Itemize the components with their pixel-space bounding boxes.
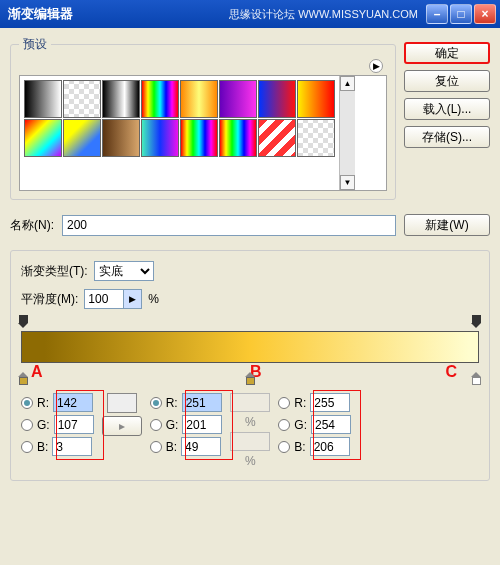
preset-swatch[interactable] bbox=[63, 119, 101, 157]
swatch-mini-a[interactable] bbox=[107, 393, 137, 413]
r-a-input[interactable] bbox=[53, 393, 93, 412]
titlebar-text: 渐变编辑器 bbox=[4, 5, 229, 23]
marker-a: A bbox=[31, 363, 43, 381]
radio-r-a[interactable] bbox=[21, 397, 33, 409]
ok-button[interactable]: 确定 bbox=[404, 42, 490, 64]
b-a-input[interactable] bbox=[52, 437, 92, 456]
preset-swatch[interactable] bbox=[180, 80, 218, 118]
minimize-button[interactable]: – bbox=[426, 4, 448, 24]
pos2-b-input bbox=[230, 432, 270, 451]
presets-menu-icon[interactable]: ▶ bbox=[369, 59, 383, 73]
preset-swatch[interactable] bbox=[297, 119, 335, 157]
rgb-group-c: R: G: B: bbox=[278, 393, 351, 456]
g-a-input[interactable] bbox=[54, 415, 94, 434]
opacity-stop-left[interactable] bbox=[18, 315, 29, 328]
preset-swatch[interactable] bbox=[24, 80, 62, 118]
pos-b-input bbox=[230, 393, 270, 412]
rgb-group-b: R: G: B: bbox=[150, 393, 223, 456]
smoothness-input[interactable] bbox=[84, 289, 124, 309]
preset-swatch[interactable] bbox=[141, 119, 179, 157]
scroll-down-icon[interactable]: ▼ bbox=[340, 175, 355, 190]
radio-b-b[interactable] bbox=[150, 441, 162, 453]
mid-controls-b: % % bbox=[230, 393, 270, 468]
smoothness-label: 平滑度(M): bbox=[21, 291, 78, 308]
color-stop-b[interactable] bbox=[245, 372, 256, 385]
scrollbar[interactable]: ▲ ▼ bbox=[339, 76, 355, 190]
scroll-up-icon[interactable]: ▲ bbox=[340, 76, 355, 91]
mid-controls-a: ▸ bbox=[102, 393, 142, 436]
titlebar: 渐变编辑器 思缘设计论坛 WWW.MISSYUAN.COM – □ × bbox=[0, 0, 500, 28]
g-c-input[interactable] bbox=[311, 415, 351, 434]
r-c-input[interactable] bbox=[310, 393, 350, 412]
presets-legend: 预设 bbox=[19, 36, 51, 53]
opacity-stop-right[interactable] bbox=[471, 315, 482, 328]
preset-swatches[interactable] bbox=[24, 80, 335, 157]
smoothness-unit: % bbox=[148, 292, 159, 306]
preset-swatch[interactable] bbox=[141, 80, 179, 118]
radio-g-a[interactable] bbox=[21, 419, 33, 431]
radio-g-c[interactable] bbox=[278, 419, 290, 431]
preset-swatch[interactable] bbox=[297, 80, 335, 118]
titlebar-watermark: 思缘设计论坛 WWW.MISSYUAN.COM bbox=[229, 7, 418, 22]
preset-swatch[interactable] bbox=[102, 119, 140, 157]
gradient-settings: 渐变类型(T): 实底 平滑度(M): ▶ % A B C bbox=[10, 250, 490, 481]
preset-swatch[interactable] bbox=[258, 80, 296, 118]
b-b-input[interactable] bbox=[181, 437, 221, 456]
name-input[interactable] bbox=[62, 215, 396, 236]
new-button[interactable]: 新建(W) bbox=[404, 214, 490, 236]
g-b-input[interactable] bbox=[182, 415, 222, 434]
rgb-group-a: R: G: B: bbox=[21, 393, 94, 456]
presets-group: 预设 ▶ ▲ ▼ bbox=[10, 36, 396, 200]
radio-b-a[interactable] bbox=[21, 441, 33, 453]
radio-r-c[interactable] bbox=[278, 397, 290, 409]
scroll-track[interactable] bbox=[340, 91, 355, 175]
color-stop-a[interactable] bbox=[18, 372, 29, 385]
preset-swatch[interactable] bbox=[63, 80, 101, 118]
radio-b-c[interactable] bbox=[278, 441, 290, 453]
maximize-button[interactable]: □ bbox=[450, 4, 472, 24]
preset-swatch[interactable] bbox=[219, 119, 257, 157]
b-c-input[interactable] bbox=[310, 437, 350, 456]
gradient-bar[interactable] bbox=[21, 331, 479, 363]
radio-r-b[interactable] bbox=[150, 397, 162, 409]
save-button[interactable]: 存储(S)... bbox=[404, 126, 490, 148]
preset-swatch[interactable] bbox=[180, 119, 218, 157]
smoothness-stepper[interactable]: ▶ bbox=[124, 289, 142, 309]
preset-swatch[interactable] bbox=[102, 80, 140, 118]
close-button[interactable]: × bbox=[474, 4, 496, 24]
reset-button[interactable]: 复位 bbox=[404, 70, 490, 92]
pick-button-a[interactable]: ▸ bbox=[102, 416, 142, 436]
name-label: 名称(N): bbox=[10, 217, 54, 234]
gradient-type-label: 渐变类型(T): bbox=[21, 263, 88, 280]
marker-c: C bbox=[445, 363, 457, 381]
preset-swatch[interactable] bbox=[219, 80, 257, 118]
gradient-type-select[interactable]: 实底 bbox=[94, 261, 154, 281]
load-button[interactable]: 载入(L)... bbox=[404, 98, 490, 120]
color-stop-c[interactable] bbox=[471, 372, 482, 385]
preset-swatch[interactable] bbox=[258, 119, 296, 157]
preset-swatch[interactable] bbox=[24, 119, 62, 157]
radio-g-b[interactable] bbox=[150, 419, 162, 431]
r-b-input[interactable] bbox=[182, 393, 222, 412]
